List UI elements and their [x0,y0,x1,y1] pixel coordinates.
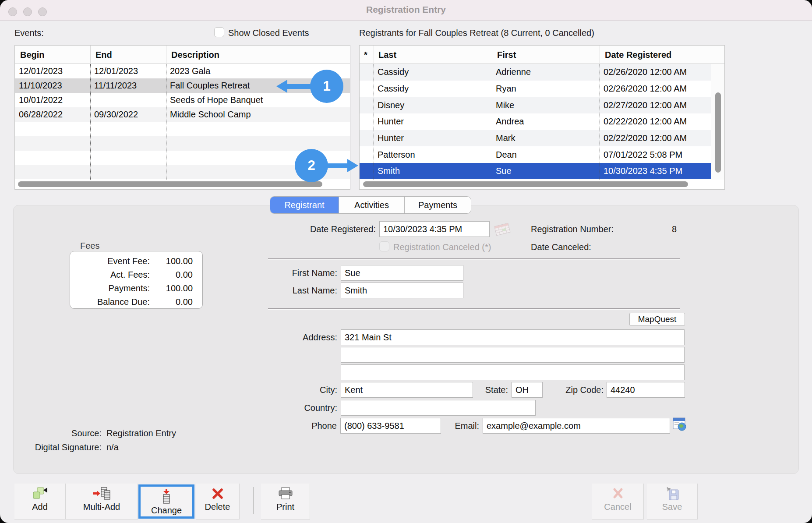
cancel-button[interactable]: Cancel [592,484,644,519]
first-name-input[interactable] [341,265,463,281]
events-horizontal-scrollbar[interactable] [15,179,350,189]
email-input[interactable] [483,418,670,434]
event-begin: 10/01/2022 [15,95,90,105]
event-row[interactable]: 12/01/2023 12/01/2023 2023 Gala [15,64,350,78]
show-closed-events-checkbox[interactable] [214,27,224,37]
add-button[interactable]: Add [14,484,66,519]
event-row[interactable]: 10/01/2022 Seeds of Hope Banquet [15,93,350,107]
source-value: Registration Entry [106,428,176,438]
event-row[interactable]: 06/28/2022 09/30/2022 Middle School Camp [15,107,350,122]
registrants-col-first: First [493,46,590,64]
zip-code-input[interactable] [607,382,685,398]
last-name-input[interactable] [341,283,463,298]
registrant-row[interactable]: Disney Mike 02/27/2020 12:00 AM [360,97,711,113]
digital-signature-label: Digital Signature: [9,442,102,452]
scrollbar-thumb[interactable] [18,181,322,187]
registrant-date: 07/01/2022 5:08 PM [600,150,711,160]
events-col-description: Description [167,46,334,64]
registrant-first: Andrea [492,117,600,127]
column-separator [374,64,374,180]
event-begin: 12/01/2023 [15,66,90,76]
registrant-row[interactable]: Patterson Dean 07/01/2022 5:08 PM [360,146,711,163]
column-separator [90,46,91,64]
zip-code-label: Zip Code: [543,385,604,395]
fees-title: Fees [80,241,99,251]
event-row-empty [15,122,350,136]
registration-canceled-label: Registration Canceled (*) [393,242,491,252]
events-col-begin: Begin [16,46,88,64]
registrant-date: 02/22/2020 12:00 AM [600,117,711,127]
events-label: Events: [14,28,44,38]
registrants-table-header: * Last First Date Registered [360,46,724,64]
registrants-vertical-scrollbar[interactable] [711,64,724,180]
registration-entry-window: Registration Entry Events: Show Closed E… [0,0,812,523]
fee-label: Act. Fees: [110,270,150,280]
registrant-last: Cassidy [374,67,492,77]
date-canceled-label: Date Canceled: [531,242,591,252]
registrant-first: Sue [492,166,600,176]
country-input[interactable] [341,400,536,416]
registrant-first: Mike [492,100,600,110]
source-label: Source: [9,428,102,438]
tab-payments[interactable]: Payments [405,197,471,213]
registration-canceled-checkbox [379,241,389,251]
registrant-last: Hunter [374,133,492,143]
print-button[interactable]: Print [261,484,310,519]
registrant-row[interactable]: Cassidy Ryan 02/26/2020 12:00 AM [360,81,711,97]
fee-label: Balance Due: [97,297,150,307]
registrant-row[interactable]: Hunter Andrea 02/22/2020 12:00 AM [360,113,711,130]
delete-button[interactable]: Delete [196,484,240,519]
registrant-first: Ryan [492,84,600,94]
date-registered-input[interactable] [379,221,490,237]
multi-add-button[interactable]: Multi-Add [66,484,138,519]
registrant-row[interactable]: Hunter Mark 02/22/2020 12:00 AM [360,130,711,147]
scrollbar-thumb[interactable] [715,92,721,173]
tab-bar: Registrant Activities Payments [270,196,471,214]
delete-x-icon [211,487,224,500]
registrant-date: 02/22/2020 12:00 AM [600,133,711,143]
column-separator [166,64,166,180]
event-end: 09/30/2022 [90,110,166,120]
column-separator [600,64,600,180]
scrollbar-thumb[interactable] [363,181,688,187]
fee-label: Event Fee: [107,256,150,266]
registrant-row[interactable]: Cassidy Adrienne 02/26/2020 12:00 AM [360,64,711,81]
event-description: Middle School Camp [166,110,350,120]
registrant-last: Disney [374,100,492,110]
event-end: 12/01/2023 [90,66,166,76]
registrant-date: 02/26/2020 12:00 AM [600,84,711,94]
registrant-row-selected[interactable]: Smith Sue 10/30/2023 4:35 PM [360,163,711,180]
registrants-table: * Last First Date Registered Cassidy Adr… [359,45,725,190]
cancel-x-icon [612,487,624,500]
registration-number-value: 8 [613,224,677,234]
title-bar: Registration Entry [0,0,812,21]
state-input[interactable] [512,382,543,398]
fee-value: 100.00 [166,256,193,266]
change-button[interactable]: Change [138,484,194,519]
save-button[interactable]: Save [647,484,698,519]
digital-signature-value: n/a [106,442,119,452]
email-label: Email: [438,421,479,431]
registrant-last: Cassidy [374,84,492,94]
registrant-date: 02/26/2020 12:00 AM [600,67,711,77]
registrants-horizontal-scrollbar[interactable] [360,179,711,189]
registrant-first: Adrienne [492,67,600,77]
address-line2-input[interactable] [341,347,685,363]
tab-registrant[interactable]: Registrant [270,197,339,213]
event-begin: 06/28/2022 [15,110,90,120]
city-input[interactable] [341,382,473,398]
mapquest-button[interactable]: MapQuest [629,313,685,326]
address-line3-input[interactable] [341,364,685,380]
fee-value: 0.00 [176,297,193,307]
tab-activities[interactable]: Activities [339,197,405,213]
email-client-icon[interactable] [673,417,687,431]
column-separator [166,46,166,64]
callout-1-arrow [287,84,311,89]
phone-input[interactable] [340,418,441,434]
registrants-col-date: Date Registered [601,46,706,64]
registrants-table-body: Cassidy Adrienne 02/26/2020 12:00 AM Cas… [360,64,711,180]
registrants-col-star: * [360,46,372,64]
registrant-last: Smith [374,166,492,176]
address-line1-input[interactable] [341,329,685,345]
events-col-end: End [92,46,164,64]
